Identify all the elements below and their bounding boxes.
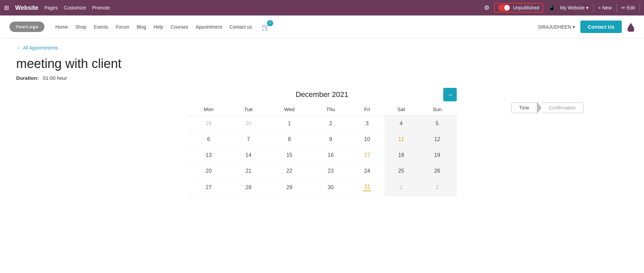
step-confirmation[interactable]: Confirmation <box>542 102 583 113</box>
cal-day[interactable]: 29 <box>267 179 312 196</box>
cal-day[interactable]: 11 <box>385 132 418 147</box>
step-time[interactable]: Time <box>511 102 537 113</box>
cal-day[interactable]: 23 <box>312 163 350 179</box>
user-name-button[interactable]: SIRAJUDHEEN ▾ <box>538 24 575 30</box>
step-arrow <box>537 102 542 114</box>
top-bar-nav: Pages Customize Promote <box>44 5 110 10</box>
cal-day[interactable]: 4 <box>385 116 418 132</box>
edit-label: ✏ Edit <box>621 5 635 10</box>
cal-day[interactable]: 14 <box>230 147 267 163</box>
day-thu: Thu <box>312 103 350 116</box>
cal-day[interactable]: 31 <box>350 179 385 196</box>
nav-help[interactable]: Help <box>154 24 163 30</box>
cal-day[interactable]: 26 <box>418 163 457 179</box>
duration-row: Duration: 01:00 hour <box>16 75 628 81</box>
main-content: ← All Appointments Time Confirmation mee… <box>0 38 644 196</box>
day-sat: Sat <box>385 103 418 116</box>
calendar-header-row: Mon Tue Wed Thu Fri Sat Sun <box>187 103 457 116</box>
user-name: SIRAJUDHEEN <box>538 24 571 30</box>
day-sun: Sun <box>418 103 457 116</box>
cal-day[interactable]: 20 <box>187 163 230 179</box>
cal-day[interactable]: 9 <box>312 132 350 147</box>
calendar-section: December 2021 → Mon Tue Wed Thu Fri Sat … <box>187 90 457 196</box>
day-tue: Tue <box>230 103 267 116</box>
new-label: + New <box>598 5 612 10</box>
calendar-header: December 2021 → <box>187 90 457 99</box>
cal-day[interactable]: 21 <box>230 163 267 179</box>
my-website-label: My Website <box>560 5 585 10</box>
contact-us-button[interactable]: Contact Us <box>580 21 622 33</box>
nav-appointment[interactable]: Appointment <box>196 24 222 30</box>
cal-day[interactable]: 30 <box>312 179 350 196</box>
table-row: 29 30 1 2 3 4 5 <box>187 116 457 132</box>
my-website-button[interactable]: My Website ▾ <box>560 5 588 10</box>
drop-icon <box>627 22 635 32</box>
mobile-icon[interactable]: 📱 <box>548 4 555 11</box>
cal-day[interactable]: 2 <box>418 179 457 196</box>
cal-day[interactable]: 19 <box>418 147 457 163</box>
cal-day[interactable]: 25 <box>385 163 418 179</box>
edit-button[interactable]: ✏ Edit <box>621 5 635 10</box>
nav-promote[interactable]: Promote <box>92 5 110 10</box>
calendar-next-button[interactable]: → <box>443 88 457 101</box>
new-button[interactable]: + New <box>598 5 612 10</box>
top-bar-left: ⊞ Website Pages Customize Promote <box>4 4 110 11</box>
calendar-title: December 2021 <box>296 90 349 99</box>
nav-events[interactable]: Events <box>94 24 108 30</box>
cal-day[interactable]: 6 <box>187 132 230 147</box>
top-bar-right: ⚙ Unpublished 📱 My Website ▾ + New ✏ Edi… <box>484 3 640 12</box>
steps-widget: Time Confirmation <box>511 102 583 114</box>
cart-badge: 0 <box>267 20 273 26</box>
cal-day[interactable]: 5 <box>418 116 457 132</box>
table-row: 6 7 8 9 10 11 12 <box>187 132 457 147</box>
back-arrow-icon: ← <box>16 45 21 50</box>
toggle-knob <box>504 5 510 10</box>
cal-day[interactable]: 28 <box>230 179 267 196</box>
back-link[interactable]: ← All Appointments <box>16 45 628 50</box>
back-link-label: All Appointments <box>23 45 58 50</box>
cal-day[interactable]: 15 <box>267 147 312 163</box>
calendar-table: Mon Tue Wed Thu Fri Sat Sun 29 30 1 2 3 <box>187 103 457 196</box>
duration-label: Duration: <box>16 75 39 81</box>
logo[interactable]: YourLogo <box>9 22 44 32</box>
cart-icon-wrap[interactable]: 🛒 0 <box>261 23 270 31</box>
nav-home[interactable]: Home <box>55 24 68 30</box>
site-nav: YourLogo Home Shop Events Forum Blog Hel… <box>0 15 644 38</box>
cal-day[interactable]: 16 <box>312 147 350 163</box>
cal-day[interactable]: 27 <box>187 179 230 196</box>
user-dropdown-icon: ▾ <box>573 24 575 30</box>
cal-day[interactable]: 8 <box>267 132 312 147</box>
gear-icon[interactable]: ⚙ <box>484 4 489 11</box>
nav-blog[interactable]: Blog <box>137 24 146 30</box>
nav-forum[interactable]: Forum <box>116 24 129 30</box>
cal-day[interactable]: 7 <box>230 132 267 147</box>
grid-icon[interactable]: ⊞ <box>4 4 9 11</box>
day-fri: Fri <box>350 103 385 116</box>
brand-name: Website <box>15 4 38 11</box>
nav-courses[interactable]: Courses <box>171 24 188 30</box>
table-row: 13 14 15 16 17 18 19 <box>187 147 457 163</box>
cal-day[interactable]: 2 <box>312 116 350 132</box>
nav-pages[interactable]: Pages <box>44 5 58 10</box>
nav-contact-us[interactable]: Contact us <box>229 24 252 30</box>
cal-day[interactable]: 1 <box>385 179 418 196</box>
day-wed: Wed <box>267 103 312 116</box>
toggle-switch[interactable] <box>498 4 510 11</box>
nav-customize[interactable]: Customize <box>64 5 86 10</box>
cal-day[interactable]: 29 <box>187 116 230 132</box>
top-bar: ⊞ Website Pages Customize Promote ⚙ Unpu… <box>0 0 644 15</box>
cal-day[interactable]: 22 <box>267 163 312 179</box>
cal-day[interactable]: 30 <box>230 116 267 132</box>
appointment-title: meeting with client <box>16 57 628 71</box>
cal-day[interactable]: 10 <box>350 132 385 147</box>
cal-day[interactable]: 1 <box>267 116 312 132</box>
unpublished-toggle[interactable]: Unpublished <box>494 3 543 12</box>
cal-day[interactable]: 17 <box>350 147 385 163</box>
cal-day[interactable]: 3 <box>350 116 385 132</box>
cal-day[interactable]: 24 <box>350 163 385 179</box>
cal-day[interactable]: 12 <box>418 132 457 147</box>
cal-day[interactable]: 18 <box>385 147 418 163</box>
cal-day[interactable]: 13 <box>187 147 230 163</box>
nav-shop[interactable]: Shop <box>75 24 87 30</box>
table-row: 20 21 22 23 24 25 26 <box>187 163 457 179</box>
